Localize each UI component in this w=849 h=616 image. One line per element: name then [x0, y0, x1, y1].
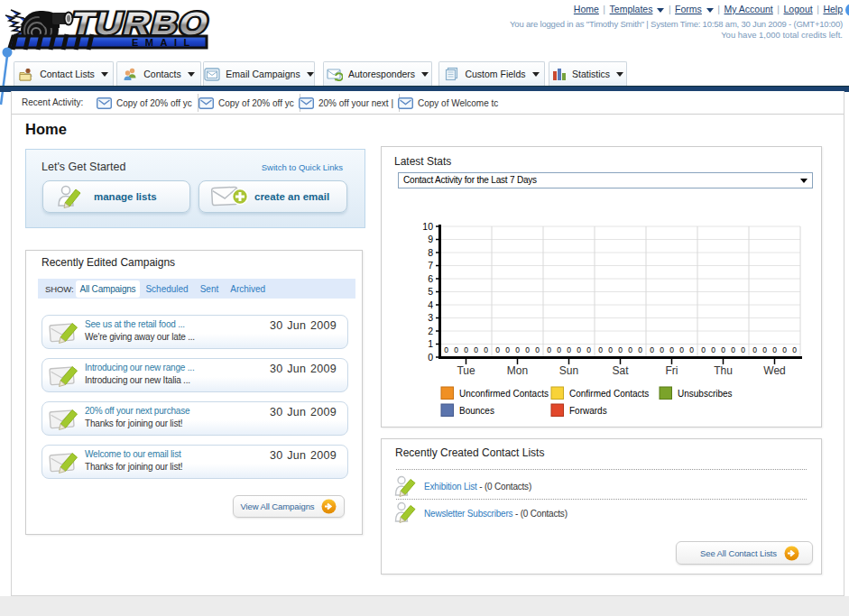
svg-text:0: 0	[484, 345, 488, 354]
svg-text:0: 0	[474, 345, 478, 354]
svg-text:0: 0	[669, 345, 674, 354]
svg-text:0: 0	[752, 345, 757, 354]
svg-text:0: 0	[711, 345, 715, 354]
svg-text:4: 4	[428, 299, 433, 310]
svg-text:6: 6	[428, 273, 433, 284]
svg-text:0: 0	[505, 345, 510, 354]
svg-text:7: 7	[428, 260, 433, 271]
svg-text:Unconfirmed Contacts: Unconfirmed Contacts	[459, 389, 549, 399]
svg-text:Wed: Wed	[763, 364, 785, 377]
svg-text:10: 10	[422, 221, 433, 232]
svg-text:0: 0	[741, 345, 745, 354]
svg-text:Fri: Fri	[666, 364, 678, 377]
svg-text:0: 0	[792, 345, 797, 354]
svg-text:0: 0	[464, 345, 468, 354]
svg-text:Forwards: Forwards	[569, 406, 607, 416]
svg-text:0: 0	[650, 345, 654, 354]
svg-text:0: 0	[638, 345, 642, 354]
svg-text:0: 0	[721, 345, 725, 354]
svg-text:0: 0	[679, 345, 684, 354]
svg-text:0: 0	[689, 345, 694, 354]
svg-text:1: 1	[428, 338, 433, 349]
svg-text:9: 9	[428, 234, 433, 244]
svg-text:0: 0	[586, 345, 591, 354]
svg-text:Tue: Tue	[457, 364, 475, 377]
svg-text:0: 0	[547, 345, 551, 354]
svg-text:0: 0	[701, 345, 706, 354]
svg-text:2: 2	[428, 326, 433, 336]
svg-text:Confirmed Contacts: Confirmed Contacts	[569, 389, 649, 399]
svg-text:TURBO: TURBO	[68, 5, 214, 41]
svg-text:0: 0	[495, 345, 500, 354]
svg-text:0: 0	[731, 345, 735, 354]
svg-text:0: 0	[454, 345, 458, 354]
svg-text:0: 0	[525, 345, 530, 354]
svg-text:0: 0	[557, 345, 561, 354]
svg-text:0: 0	[577, 345, 581, 354]
svg-text:0: 0	[428, 352, 433, 363]
svg-text:0: 0	[598, 345, 603, 354]
svg-text:0: 0	[515, 345, 520, 354]
svg-text:0: 0	[444, 345, 448, 354]
svg-text:0: 0	[567, 345, 571, 354]
svg-text:0: 0	[608, 345, 613, 354]
svg-text:0: 0	[628, 345, 632, 354]
svg-text:Mon: Mon	[507, 364, 528, 377]
svg-text:8: 8	[428, 247, 433, 258]
svg-text:Sun: Sun	[559, 364, 578, 377]
svg-text:0: 0	[660, 345, 664, 354]
svg-text:Unsubscribes: Unsubscribes	[678, 389, 733, 399]
svg-text:3: 3	[428, 312, 433, 323]
svg-text:Thu: Thu	[714, 364, 733, 377]
svg-text:Bounces: Bounces	[459, 406, 494, 416]
svg-text:0: 0	[772, 345, 777, 354]
svg-text:0: 0	[762, 345, 767, 354]
svg-text:Sat: Sat	[612, 364, 629, 377]
svg-text:0: 0	[618, 345, 623, 354]
svg-text:5: 5	[428, 286, 433, 297]
svg-text:0: 0	[782, 345, 787, 354]
svg-text:0: 0	[535, 345, 540, 354]
